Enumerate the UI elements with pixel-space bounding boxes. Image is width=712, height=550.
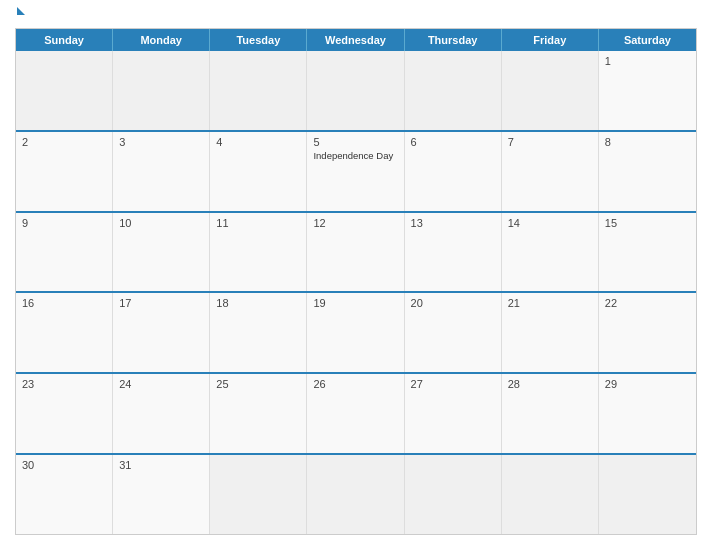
day-number: 21 — [508, 297, 592, 309]
day-cell: 21 — [502, 293, 599, 372]
day-cell: 22 — [599, 293, 696, 372]
day-cell: 31 — [113, 455, 210, 534]
day-cell: 1 — [599, 51, 696, 130]
day-cell: 19 — [307, 293, 404, 372]
day-cell: 18 — [210, 293, 307, 372]
day-cell — [16, 51, 113, 130]
day-header-thursday: Thursday — [405, 29, 502, 51]
day-header-wednesday: Wednesday — [307, 29, 404, 51]
day-number: 17 — [119, 297, 203, 309]
day-number: 6 — [411, 136, 495, 148]
day-cell: 24 — [113, 374, 210, 453]
day-number: 5 — [313, 136, 397, 148]
day-cell: 14 — [502, 213, 599, 292]
day-cell — [210, 455, 307, 534]
weeks-container: 12345Independence Day6789101112131415161… — [16, 51, 696, 534]
day-number: 10 — [119, 217, 203, 229]
day-cell: 28 — [502, 374, 599, 453]
day-number: 24 — [119, 378, 203, 390]
day-cell: 10 — [113, 213, 210, 292]
day-number: 8 — [605, 136, 690, 148]
day-cell: 2 — [16, 132, 113, 211]
day-number: 11 — [216, 217, 300, 229]
day-cell: 6 — [405, 132, 502, 211]
day-cell — [405, 455, 502, 534]
day-number: 26 — [313, 378, 397, 390]
day-number: 30 — [22, 459, 106, 471]
day-number: 2 — [22, 136, 106, 148]
logo-triangle-icon — [17, 7, 25, 15]
day-number: 31 — [119, 459, 203, 471]
day-header-saturday: Saturday — [599, 29, 696, 51]
day-cell: 16 — [16, 293, 113, 372]
day-cell: 25 — [210, 374, 307, 453]
week-row-4: 16171819202122 — [16, 291, 696, 372]
day-cell: 13 — [405, 213, 502, 292]
day-number: 20 — [411, 297, 495, 309]
day-cell: 29 — [599, 374, 696, 453]
day-number: 25 — [216, 378, 300, 390]
day-cell — [599, 455, 696, 534]
day-header-friday: Friday — [502, 29, 599, 51]
day-header-tuesday: Tuesday — [210, 29, 307, 51]
day-cell — [307, 51, 404, 130]
week-row-2: 2345Independence Day678 — [16, 130, 696, 211]
day-cell: 8 — [599, 132, 696, 211]
day-number: 12 — [313, 217, 397, 229]
day-number: 22 — [605, 297, 690, 309]
day-number: 9 — [22, 217, 106, 229]
week-row-3: 9101112131415 — [16, 211, 696, 292]
day-cell: 20 — [405, 293, 502, 372]
week-row-6: 3031 — [16, 453, 696, 534]
day-cell: 27 — [405, 374, 502, 453]
day-number: 1 — [605, 55, 690, 67]
day-number: 18 — [216, 297, 300, 309]
day-number: 15 — [605, 217, 690, 229]
day-number: 29 — [605, 378, 690, 390]
day-headers: SundayMondayTuesdayWednesdayThursdayFrid… — [16, 29, 696, 51]
day-number: 27 — [411, 378, 495, 390]
day-number: 23 — [22, 378, 106, 390]
day-number: 19 — [313, 297, 397, 309]
day-number: 14 — [508, 217, 592, 229]
day-cell — [307, 455, 404, 534]
day-cell — [113, 51, 210, 130]
day-cell: 3 — [113, 132, 210, 211]
day-cell: 7 — [502, 132, 599, 211]
day-cell — [405, 51, 502, 130]
day-cell: 5Independence Day — [307, 132, 404, 211]
day-number: 28 — [508, 378, 592, 390]
day-cell: 12 — [307, 213, 404, 292]
day-header-sunday: Sunday — [16, 29, 113, 51]
day-cell: 11 — [210, 213, 307, 292]
calendar-header — [15, 10, 697, 20]
day-cell: 15 — [599, 213, 696, 292]
day-cell: 17 — [113, 293, 210, 372]
day-cell — [502, 455, 599, 534]
day-number: 16 — [22, 297, 106, 309]
day-number: 7 — [508, 136, 592, 148]
calendar-container: SundayMondayTuesdayWednesdayThursdayFrid… — [0, 0, 712, 550]
day-cell: 30 — [16, 455, 113, 534]
week-row-5: 23242526272829 — [16, 372, 696, 453]
day-cell: 26 — [307, 374, 404, 453]
week-row-1: 1 — [16, 51, 696, 130]
day-number: 4 — [216, 136, 300, 148]
day-cell — [502, 51, 599, 130]
day-cell: 23 — [16, 374, 113, 453]
day-cell: 9 — [16, 213, 113, 292]
day-number: 13 — [411, 217, 495, 229]
day-number: 3 — [119, 136, 203, 148]
day-cell: 4 — [210, 132, 307, 211]
day-cell — [210, 51, 307, 130]
calendar-grid: SundayMondayTuesdayWednesdayThursdayFrid… — [15, 28, 697, 535]
day-header-monday: Monday — [113, 29, 210, 51]
event-text: Independence Day — [313, 150, 397, 162]
